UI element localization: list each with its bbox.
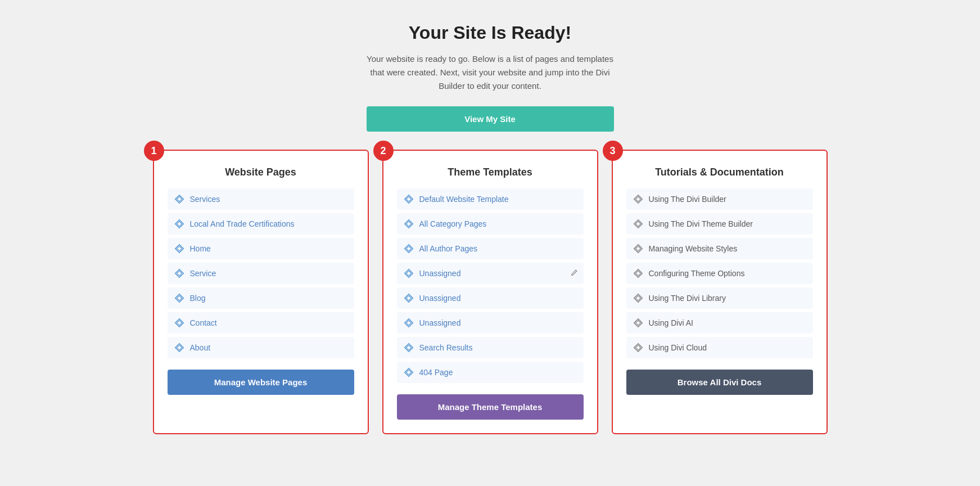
list-item-label: Services: [190, 195, 220, 204]
list-item[interactable]: Default Website Template: [397, 188, 584, 210]
column-btn-3[interactable]: Browse All Divi Docs: [626, 370, 813, 395]
column-card-1: 1Website Pages Services Local And Trade …: [153, 150, 369, 434]
list-item[interactable]: Configuring Theme Options: [626, 263, 813, 284]
list-item-label: All Category Pages: [419, 219, 487, 228]
list-item-label: Unassigned: [419, 294, 461, 303]
list-item[interactable]: Unassigned: [397, 263, 584, 284]
list-item[interactable]: Service: [168, 263, 354, 284]
column-title-2: Theme Templates: [397, 166, 584, 178]
list-item[interactable]: All Category Pages: [397, 213, 584, 235]
list-item-label: Home: [190, 244, 211, 253]
list-item-label: Using The Divi Builder: [649, 195, 726, 204]
list-item[interactable]: Local And Trade Certifications: [168, 213, 354, 235]
list-items-1: Services Local And Trade Certifications …: [168, 188, 354, 358]
list-item[interactable]: Using The Divi Builder: [626, 188, 813, 210]
list-items-3: Using The Divi Builder Using The Divi Th…: [626, 188, 813, 358]
list-item-label: All Author Pages: [419, 244, 478, 253]
column-btn-1[interactable]: Manage Website Pages: [168, 370, 354, 395]
list-item[interactable]: Unassigned: [397, 312, 584, 334]
list-item-label: Blog: [190, 294, 206, 303]
divi-icon: [404, 343, 414, 353]
divi-icon: [174, 293, 184, 303]
divi-icon: [404, 268, 414, 278]
page-subtitle: Your website is ready to go. Below is a …: [367, 52, 614, 93]
divi-icon: [404, 244, 414, 254]
divi-icon: [174, 244, 184, 254]
list-item[interactable]: Contact: [168, 312, 354, 334]
list-item-label: Default Website Template: [419, 195, 509, 204]
divi-icon: [633, 293, 643, 303]
divi-icon: [633, 318, 643, 328]
list-item[interactable]: Using Divi AI: [626, 312, 813, 334]
list-item[interactable]: Home: [168, 238, 354, 259]
divi-icon: [404, 219, 414, 229]
divi-icon: [404, 194, 414, 204]
divi-icon: [633, 343, 643, 353]
list-item[interactable]: Unassigned: [397, 287, 584, 309]
list-item-label: Unassigned: [419, 318, 461, 327]
list-item-label: Unassigned: [419, 269, 461, 278]
divi-icon: [174, 219, 184, 229]
list-item[interactable]: Search Results: [397, 337, 584, 358]
list-item-label: About: [190, 343, 211, 352]
list-item[interactable]: Using The Divi Theme Builder: [626, 213, 813, 235]
column-title-3: Tutorials & Documentation: [626, 166, 813, 178]
column-btn-2[interactable]: Manage Theme Templates: [397, 394, 584, 420]
list-item-label: Local And Trade Certifications: [190, 219, 295, 228]
divi-icon: [404, 367, 414, 377]
divi-icon: [404, 318, 414, 328]
list-item[interactable]: Managing Website Styles: [626, 238, 813, 259]
list-item-label: Service: [190, 269, 216, 278]
list-item-label: Using Divi AI: [649, 318, 693, 327]
list-items-2: Default Website Template All Category Pa…: [397, 188, 584, 383]
edit-icon[interactable]: [570, 269, 578, 278]
column-badge-3: 3: [603, 141, 623, 161]
divi-icon: [633, 219, 643, 229]
divi-icon: [633, 244, 643, 254]
column-card-2: 2Theme Templates Default Website Templat…: [382, 150, 598, 434]
list-item[interactable]: All Author Pages: [397, 238, 584, 259]
list-item-label: Using The Divi Library: [649, 294, 726, 303]
list-item[interactable]: Using Divi Cloud: [626, 337, 813, 358]
list-item[interactable]: 404 Page: [397, 362, 584, 383]
column-title-1: Website Pages: [168, 166, 354, 178]
list-item[interactable]: About: [168, 337, 354, 358]
divi-icon: [633, 268, 643, 278]
divi-icon: [174, 343, 184, 353]
divi-icon: [633, 194, 643, 204]
list-item[interactable]: Using The Divi Library: [626, 287, 813, 309]
column-badge-2: 2: [373, 141, 394, 161]
list-item-label: Configuring Theme Options: [649, 269, 745, 278]
list-item-label: Using The Divi Theme Builder: [649, 219, 753, 228]
column-card-3: 3Tutorials & Documentation Using The Div…: [612, 150, 828, 434]
list-item[interactable]: Services: [168, 188, 354, 210]
list-item-label: Contact: [190, 318, 217, 327]
column-badge-1: 1: [144, 141, 164, 161]
list-item-label: Using Divi Cloud: [649, 343, 707, 352]
columns-wrapper: 1Website Pages Services Local And Trade …: [153, 150, 828, 434]
page-header: Your Site Is Ready! Your website is read…: [367, 22, 614, 132]
divi-icon: [174, 268, 184, 278]
list-item[interactable]: Blog: [168, 287, 354, 309]
view-my-site-button[interactable]: View My Site: [367, 106, 614, 132]
divi-icon: [404, 293, 414, 303]
page-title: Your Site Is Ready!: [367, 22, 614, 43]
list-item-label: Managing Website Styles: [649, 244, 738, 253]
divi-icon: [174, 194, 184, 204]
list-item-label: Search Results: [419, 343, 473, 352]
list-item-label: 404 Page: [419, 368, 453, 377]
divi-icon: [174, 318, 184, 328]
